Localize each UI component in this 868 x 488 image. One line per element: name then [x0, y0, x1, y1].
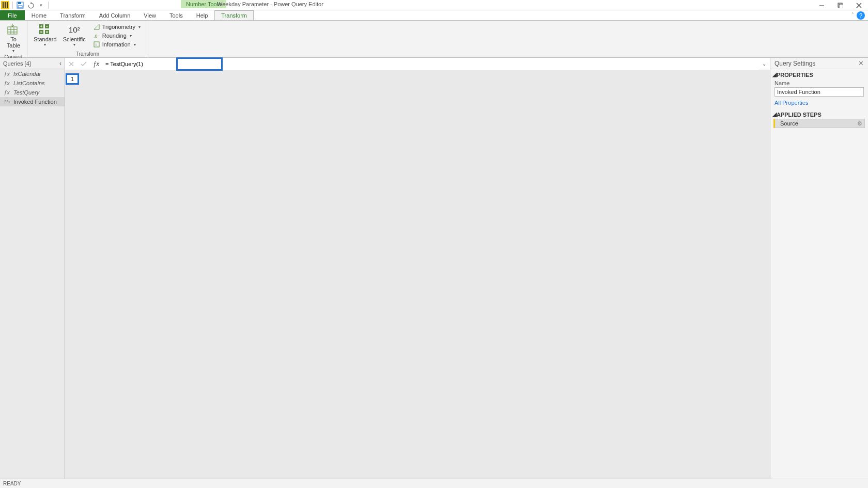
query-item-label: TestQuery: [13, 89, 39, 96]
main-body: Queries [4] ‹ ƒxfxCalendarƒxListContains…: [0, 58, 868, 479]
svg-rect-1: [18, 2, 21, 4]
query-settings-close-icon[interactable]: ✕: [858, 59, 864, 67]
number-type-icon: 1²₃: [3, 99, 10, 104]
rounding-label: Rounding: [102, 33, 127, 39]
to-table-icon: [7, 23, 20, 36]
app-logo-icon: [1, 1, 9, 9]
query-item[interactable]: ƒxfxCalendar: [0, 69, 65, 78]
fx-icon[interactable]: ƒx: [90, 60, 102, 68]
svg-text:.0: .0: [94, 34, 98, 39]
close-button[interactable]: [849, 0, 868, 10]
status-text: READY: [3, 481, 21, 486]
window-title: Weekday Parameter - Power Query Editor: [217, 1, 323, 7]
tab-transform[interactable]: Transform: [53, 10, 92, 20]
trigonometry-label: Trigonometry: [102, 24, 135, 30]
svg-rect-8: [8, 27, 17, 34]
scientific-icon: 10²: [68, 23, 81, 36]
query-item-label: Invoked Function: [13, 99, 57, 105]
query-item[interactable]: ƒxTestQuery: [0, 88, 65, 97]
svg-text:i: i: [96, 42, 97, 47]
query-item-label: ListContains: [13, 80, 45, 86]
fx-icon: ƒx: [3, 71, 10, 77]
queries-header: Queries [4]: [3, 60, 31, 67]
formula-input[interactable]: [102, 58, 758, 70]
qat-customize-icon[interactable]: ▾: [37, 1, 45, 9]
applied-steps-label: APPLIED STEPS: [777, 112, 822, 118]
ribbon-group-transform-label: Transform: [30, 51, 145, 57]
gear-icon[interactable]: ⚙: [857, 120, 862, 127]
standard-button[interactable]: Standard ▾: [30, 22, 60, 51]
formula-expand-icon[interactable]: ⌄: [758, 61, 770, 67]
properties-label: PROPERTIES: [777, 72, 813, 78]
query-settings-panel: Query Settings ✕ ◢ PROPERTIES Name All P…: [770, 58, 868, 479]
tab-context-transform[interactable]: Transform: [214, 10, 254, 20]
editor-center: ƒx ⌄ 1: [65, 58, 770, 479]
ribbon-group-transform: Standard ▾ 10² Scientific ▾ Trigonometry…: [27, 21, 148, 57]
maximize-button[interactable]: [831, 0, 849, 10]
applied-step[interactable]: Source⚙: [773, 119, 865, 128]
to-table-button[interactable]: To Table ▾: [3, 22, 24, 54]
rounding-icon: .0: [93, 32, 100, 39]
query-settings-header: Query Settings: [774, 60, 815, 67]
undo-icon[interactable]: [26, 1, 35, 9]
chevron-down-icon: ◢: [772, 111, 777, 118]
query-item[interactable]: 1²₃Invoked Function: [0, 97, 65, 106]
svg-rect-16: [45, 30, 49, 34]
tab-help[interactable]: Help: [190, 10, 215, 20]
result-value-cell[interactable]: 1: [66, 73, 79, 85]
query-item-label: fxCalendar: [13, 71, 41, 77]
applied-steps-list: Source⚙: [770, 119, 868, 128]
minimize-button[interactable]: [812, 0, 831, 10]
title-bar: ▾ Number Tools Weekday Parameter - Power…: [0, 0, 868, 10]
chevron-down-icon: ◢: [772, 71, 777, 78]
ribbon: To Table ▾ Convert Standard ▾ 10² Scient…: [0, 21, 868, 58]
scientific-label: Scientific: [63, 36, 86, 42]
formula-cancel-button[interactable]: [65, 58, 78, 70]
query-item[interactable]: ƒxListContains: [0, 78, 65, 88]
help-icon[interactable]: ?: [857, 11, 865, 20]
ribbon-tabs: File Home Transform Add Column View Tool…: [0, 10, 868, 21]
to-table-label: To Table: [7, 36, 20, 49]
information-icon: i: [93, 41, 100, 48]
trigonometry-button[interactable]: Trigonometry▾: [91, 23, 143, 31]
properties-section-header[interactable]: ◢ PROPERTIES: [770, 69, 868, 79]
applied-step-label: Source: [780, 120, 798, 127]
tab-tools[interactable]: Tools: [163, 10, 190, 20]
tab-file[interactable]: File: [0, 10, 25, 20]
svg-rect-2: [18, 6, 22, 8]
scientific-button[interactable]: 10² Scientific ▾: [60, 22, 89, 51]
formula-bar: ƒx ⌄: [65, 58, 770, 70]
formula-accept-button[interactable]: [78, 58, 90, 70]
query-name-input[interactable]: [774, 87, 864, 97]
ribbon-collapse-icon[interactable]: ˆ: [852, 12, 854, 18]
tab-home[interactable]: Home: [25, 10, 53, 20]
all-properties-link[interactable]: All Properties: [770, 99, 868, 109]
fx-icon: ƒx: [3, 89, 10, 96]
queries-panel: Queries [4] ‹ ƒxfxCalendarƒxListContains…: [0, 58, 65, 479]
tab-add-column[interactable]: Add Column: [92, 10, 137, 20]
information-button[interactable]: i Information▾: [91, 40, 143, 49]
queries-list: ƒxfxCalendarƒxListContainsƒxTestQuery1²₃…: [0, 69, 65, 479]
standard-label: Standard: [34, 36, 57, 42]
standard-icon: [38, 23, 52, 36]
trigonometry-icon: [93, 23, 100, 30]
queries-collapse-icon[interactable]: ‹: [59, 60, 61, 67]
name-field-label: Name: [770, 79, 868, 87]
tab-view[interactable]: View: [137, 10, 163, 20]
svg-rect-25: [94, 42, 99, 47]
information-label: Information: [102, 41, 131, 48]
rounding-button[interactable]: .0 Rounding▾: [91, 32, 143, 40]
ribbon-group-convert: To Table ▾ Convert: [0, 21, 27, 57]
fx-icon: ƒx: [3, 80, 10, 86]
save-icon[interactable]: [16, 1, 24, 9]
svg-rect-5: [839, 4, 843, 8]
applied-steps-section-header[interactable]: ◢ APPLIED STEPS: [770, 109, 868, 119]
status-bar: READY: [0, 479, 868, 488]
